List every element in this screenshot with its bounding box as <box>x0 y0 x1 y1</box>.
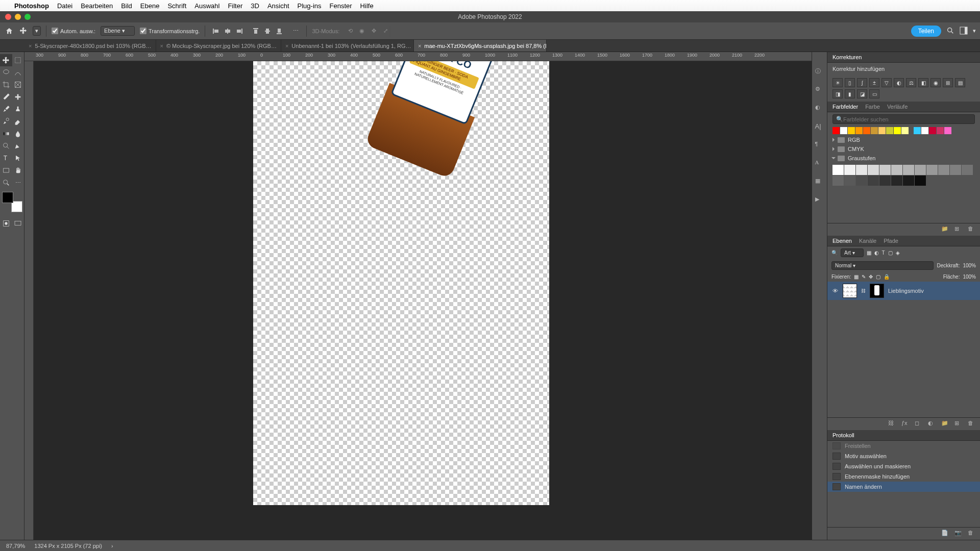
layer-mask-thumbnail[interactable] <box>870 284 884 298</box>
swatch[interactable] <box>878 127 886 134</box>
quick-select-tool[interactable] <box>12 66 24 79</box>
hand-tool[interactable] <box>12 164 24 177</box>
gray-swatch[interactable] <box>938 165 949 175</box>
exposure-adj-icon[interactable]: ± <box>869 78 879 87</box>
blur-tool[interactable] <box>12 128 24 140</box>
brightness-adj-icon[interactable]: ☀ <box>832 78 843 87</box>
opacity-value[interactable]: 100% <box>963 263 976 268</box>
gray-swatch[interactable] <box>891 176 902 186</box>
swatch[interactable] <box>901 127 909 134</box>
layer-row-0[interactable]: 👁 ⛓ Lieblingsmotiv <box>827 282 980 300</box>
adjustments-panel-header[interactable]: Korrekturen <box>827 52 980 63</box>
levels-adj-icon[interactable]: ▯ <box>845 78 855 87</box>
edit-toolbar-button[interactable]: ⋯ <box>12 177 24 189</box>
swatch[interactable] <box>886 127 893 134</box>
swatch[interactable] <box>909 127 913 134</box>
app-name[interactable]: Photoshop <box>14 2 49 10</box>
align-bottom-button[interactable] <box>274 26 285 37</box>
history-item[interactable]: Motiv auswählen <box>827 451 980 461</box>
arrange-icon[interactable]: ▾ <box>973 28 976 34</box>
gray-swatch[interactable] <box>926 165 938 175</box>
lock-position-icon[interactable]: ✥ <box>869 274 873 280</box>
character-panel-icon[interactable]: A| <box>815 122 824 132</box>
link-layers-button[interactable]: ⛓ <box>888 420 896 428</box>
swatch-group-cmyk[interactable]: CMYK <box>827 144 980 154</box>
history-item[interactable]: Namen ändern <box>827 482 980 492</box>
align-left-button[interactable] <box>210 26 222 37</box>
close-tab-icon[interactable]: × <box>285 43 288 49</box>
auto-select-mode-dropdown[interactable]: Ebene ▾ <box>101 26 135 36</box>
window-maximize-button[interactable] <box>24 14 31 20</box>
properties-panel-icon[interactable]: ⚙ <box>815 86 824 95</box>
menu-schrift[interactable]: Schrift <box>167 2 186 10</box>
path-select-tool[interactable] <box>12 152 24 164</box>
transform-controls-checkbox[interactable]: Transformationsstrg. <box>140 28 200 34</box>
hue-adj-icon[interactable]: ◐ <box>894 78 904 87</box>
gray-swatch[interactable] <box>868 176 879 186</box>
close-tab-icon[interactable]: × <box>29 43 32 49</box>
ruler-horizontal[interactable]: 3009008007006005004003002001000100200300… <box>24 52 812 61</box>
tab-farbe[interactable]: Farbe <box>865 104 880 110</box>
doc-tab-1[interactable]: ×© Mockup-Skyscraper.jpg bei 120% (RGB… <box>156 40 281 52</box>
layer-fx-button[interactable]: ƒx <box>901 420 910 428</box>
gradient-tool[interactable] <box>0 128 12 140</box>
tab-pfade[interactable]: Pfade <box>884 238 898 244</box>
history-brush-tool[interactable] <box>0 115 12 128</box>
swatch-new-button[interactable]: ⊞ <box>954 226 963 234</box>
swatch[interactable] <box>944 127 951 134</box>
eyedropper-tool[interactable] <box>0 91 12 103</box>
auto-select-checkbox[interactable]: Autom. ausw.: <box>52 28 95 34</box>
swatch[interactable] <box>840 127 847 134</box>
menu-3d[interactable]: 3D <box>251 2 259 10</box>
zoom-level[interactable]: 87,79% <box>6 543 25 549</box>
colorlookup-adj-icon[interactable]: ▤ <box>955 78 965 87</box>
menu-plugins[interactable]: Plug-ins <box>298 2 322 10</box>
gray-swatch[interactable] <box>950 165 961 175</box>
gray-swatch[interactable] <box>856 165 867 175</box>
window-close-button[interactable] <box>5 14 11 20</box>
threshold-adj-icon[interactable]: ◪ <box>857 89 867 98</box>
invert-adj-icon[interactable]: ◨ <box>832 89 843 98</box>
gray-swatch[interactable] <box>962 165 973 175</box>
search-icon[interactable] <box>946 27 954 36</box>
doc-tab-2[interactable]: ×Unbenannt-1 bei 103% (Verlaufsfüllung 1… <box>281 40 414 52</box>
artboard[interactable]: THE GREAT JAMAICAN GINGER BEER CO SPICY … <box>253 61 549 505</box>
swatch-group-rgb[interactable]: RGB <box>827 135 980 144</box>
tab-verlaeufe[interactable]: Verläufe <box>887 104 908 110</box>
fill-value[interactable]: 100% <box>963 274 976 280</box>
align-vcenter-button[interactable] <box>262 26 273 37</box>
filter-smart-icon[interactable]: ◈ <box>896 250 900 256</box>
gray-swatch[interactable] <box>844 176 855 186</box>
snapshot-button[interactable]: 📷 <box>954 530 963 538</box>
channelmixer-adj-icon[interactable]: ⊞ <box>943 78 953 87</box>
history-item[interactable]: Freistellen <box>827 441 980 451</box>
gray-swatch[interactable] <box>891 165 902 175</box>
gray-swatch[interactable] <box>903 176 914 186</box>
menu-auswahl[interactable]: Auswahl <box>194 2 219 10</box>
blend-mode-dropdown[interactable]: Normal ▾ <box>831 261 934 270</box>
brush-tool[interactable] <box>0 103 12 115</box>
swatch-group-graustufen[interactable]: Graustufen <box>827 154 980 163</box>
paragraph-panel-icon[interactable]: ¶ <box>815 141 824 150</box>
frame-tool[interactable] <box>12 79 24 91</box>
type-tool[interactable]: T <box>0 152 12 164</box>
menu-hilfe[interactable]: Hilfe <box>360 2 374 10</box>
swatch-delete-button[interactable]: 🗑 <box>968 226 976 234</box>
foreground-background-colors[interactable] <box>2 192 22 212</box>
zoom-tool[interactable] <box>0 177 12 189</box>
close-tab-icon[interactable]: × <box>160 43 163 49</box>
adjustments-panel-icon[interactable]: ◐ <box>815 104 824 113</box>
swatch[interactable] <box>894 127 901 134</box>
share-button[interactable]: Teilen <box>911 26 941 37</box>
new-adjustment-button[interactable]: ◐ <box>928 420 936 428</box>
tab-farbfelder[interactable]: Farbfelder <box>832 104 858 110</box>
gray-swatch[interactable] <box>915 176 926 186</box>
align-top-button[interactable] <box>250 26 261 37</box>
rectangle-tool[interactable] <box>0 164 12 177</box>
filter-shape-icon[interactable]: ▢ <box>888 250 893 256</box>
gray-swatch[interactable] <box>879 165 891 175</box>
gray-swatch[interactable] <box>868 165 879 175</box>
menu-bild[interactable]: Bild <box>121 2 132 10</box>
move-tool[interactable] <box>0 54 12 66</box>
lock-artboard-icon[interactable]: ▢ <box>876 274 880 280</box>
